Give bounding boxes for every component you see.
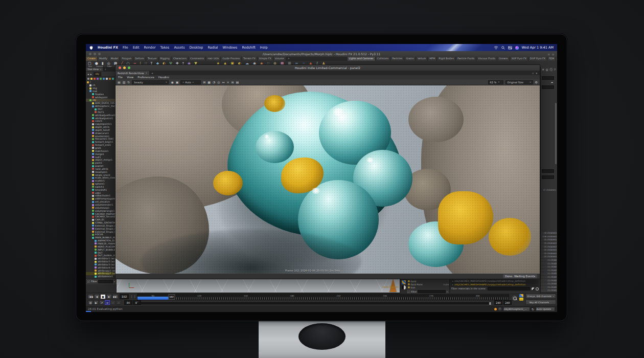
refresh-icon[interactable]: ↻ (532, 307, 534, 311)
select-frame-icon[interactable]: ▶ (94, 300, 99, 305)
float-icon[interactable]: ▫ (532, 72, 534, 75)
children-count-row[interactable]: (1 child) (541, 276, 557, 279)
children-count-row[interactable]: (1 child) (541, 259, 557, 262)
shelf-tab-texture[interactable]: Texture (146, 57, 159, 61)
forward-icon[interactable]: ▸ (90, 73, 92, 76)
playbar-zoom-icon[interactable] (511, 295, 518, 301)
link-badge-icon[interactable] (112, 78, 114, 80)
shelf-tab-particles[interactable]: Particles (390, 57, 404, 61)
global-start-field[interactable]: 80 (124, 300, 132, 305)
shelf-tab-vellum[interactable]: Vellum (416, 57, 428, 61)
scene-filter-input[interactable] (488, 287, 530, 290)
stop-button[interactable]: ■ (100, 294, 106, 299)
render-menu-houdini[interactable]: Houdini (158, 76, 169, 79)
menubar-item-takes[interactable]: Takes (160, 46, 170, 50)
size-mode-dropdown[interactable]: Original Size▾ (505, 80, 533, 84)
link-badge-icon[interactable] (94, 78, 96, 80)
go-end-button[interactable]: ▶▶| (112, 294, 118, 299)
link-badge-icon[interactable] (106, 78, 108, 80)
key-scope-icon[interactable] (519, 294, 523, 297)
param-field[interactable] (542, 175, 554, 179)
play-reverse-button[interactable]: ◀ (94, 294, 100, 299)
current-frame-field[interactable]: 102 (120, 294, 129, 299)
palette-filter-input[interactable] (418, 290, 445, 293)
playback-range-bar[interactable] (137, 297, 172, 300)
timeline-ruler[interactable]: 90120150180210240270300 102 (137, 294, 509, 300)
palette-grid-icon[interactable] (402, 280, 406, 284)
render-menu-file[interactable]: File (118, 76, 123, 79)
clock-icon[interactable]: ◔ (213, 80, 215, 84)
palette-filter-dropdown-icon[interactable]: ▾ (447, 290, 448, 293)
context-dropdown[interactable]: /obj/Atmospheric_...⋮ (503, 307, 530, 311)
menubar-item-radial[interactable]: Radial (208, 46, 218, 50)
shelf-tab-mpm[interactable]: MPM (428, 57, 437, 61)
snapshot-mode-dropdown[interactable]: ◂Auto▸ (180, 80, 201, 84)
close-button[interactable] (119, 66, 121, 69)
children-count-row[interactable]: (0 children) (541, 245, 557, 249)
palette-sphere-icon[interactable] (402, 285, 406, 289)
shelf-tab-characters[interactable]: Characters (172, 57, 189, 61)
shelf-tab-terrain-fx[interactable]: Terrain FX (242, 57, 258, 61)
children-count-row[interactable]: (1 child) (541, 282, 557, 286)
bucket-icon[interactable]: ◎ (217, 80, 220, 84)
node-jump-icon[interactable]: ➦ (551, 81, 553, 84)
param-field[interactable] (542, 76, 554, 80)
wifi-icon[interactable] (494, 46, 498, 50)
close-button[interactable] (89, 53, 91, 55)
menubar-item-redshift[interactable]: Redshift (242, 46, 255, 50)
children-count-row[interactable]: (0 children) (541, 249, 557, 252)
apple-menu-icon[interactable] (89, 46, 93, 50)
link-badge-icon[interactable] (97, 78, 99, 80)
children-count-row[interactable]: (0 children) (541, 242, 557, 245)
minimize-button[interactable] (123, 66, 126, 69)
snapshot-icon[interactable]: ◉ (171, 80, 173, 84)
shelf-tab-rigid-bodies[interactable]: Rigid Bodies (437, 57, 456, 61)
link-badge-icon[interactable] (100, 78, 102, 80)
magnify-icon[interactable]: ◎ (546, 68, 548, 72)
shelf-tab-sop-pyro-fx[interactable]: SOP Pyro FX (510, 57, 528, 61)
shelf-tab-hair-utils[interactable]: Hair Utils (206, 57, 221, 61)
zoom-button[interactable] (98, 53, 101, 55)
link-badge-icon[interactable] (109, 78, 111, 80)
shelf-tab-create[interactable]: Create (86, 57, 98, 61)
pane-scrollbar[interactable] (555, 103, 557, 164)
menubar-item-file[interactable]: File (123, 46, 128, 50)
shelf-tab-oceans[interactable]: Oceans (497, 57, 510, 61)
children-count-row[interactable]: (1 child) (541, 269, 557, 273)
param-field[interactable] (542, 85, 554, 89)
children-count-row[interactable]: (0 children) (541, 252, 557, 256)
link-badge-icon[interactable] (103, 78, 105, 80)
back-icon[interactable]: ◂ (87, 73, 89, 76)
copy-frame-icon[interactable]: ⊞ (232, 80, 234, 84)
material-item-iron[interactable]: Iron (408, 286, 444, 289)
scene-material-row[interactable]: ▸/obj/CACHED_MARSHSHAPE1/vopquickshade1/… (451, 283, 539, 287)
children-count-row[interactable]: (0 children) (541, 255, 557, 259)
zoom-level-field[interactable]: 62 %⇕ (488, 80, 503, 84)
children-count-row[interactable]: (1 child) (541, 262, 557, 265)
children-count-row[interactable]: (1 child) (541, 289, 557, 293)
children-count-row[interactable]: (1 child) (541, 279, 557, 282)
menubar-item-desktop[interactable]: Desktop (190, 46, 203, 50)
shelf-tab-collisions[interactable]: Collisions (376, 57, 391, 61)
loop-mode-icon[interactable]: ⊘ (105, 300, 110, 305)
shelf-tab-grains[interactable]: Grains (404, 57, 416, 61)
shelf-tab-+[interactable]: + (286, 57, 291, 61)
tree-row[interactable]: attribdelete1 (86, 275, 117, 278)
pan-icon[interactable]: ↔ (222, 80, 225, 84)
shelf-tab-deform[interactable]: Deform (133, 57, 146, 61)
snip-icon[interactable]: × (227, 80, 229, 84)
shelf-tab-modify[interactable]: Modify (98, 57, 109, 61)
shelf-tab-lights-and-cameras[interactable]: Lights and Cameras (348, 57, 376, 61)
gear-icon[interactable]: ⚙ (535, 80, 538, 84)
flipbook-icon[interactable]: ▥ (88, 300, 93, 305)
shelf-tab-guide-process[interactable]: Guide Process (221, 57, 242, 61)
render-view-mode-icon[interactable]: ▤ (118, 80, 121, 84)
render-split-icon[interactable]: ▥ (123, 80, 126, 84)
minimize-button[interactable] (94, 53, 96, 55)
shelf-tab-constraints[interactable]: Constraints (189, 57, 206, 61)
link-badge-icon[interactable] (90, 78, 93, 80)
children-count-row[interactable]: (1 child) (541, 265, 557, 269)
add-tab-button[interactable]: + (151, 72, 153, 75)
render-menu-view[interactable]: View (127, 76, 133, 79)
export-icon[interactable]: ↗ (99, 300, 104, 305)
